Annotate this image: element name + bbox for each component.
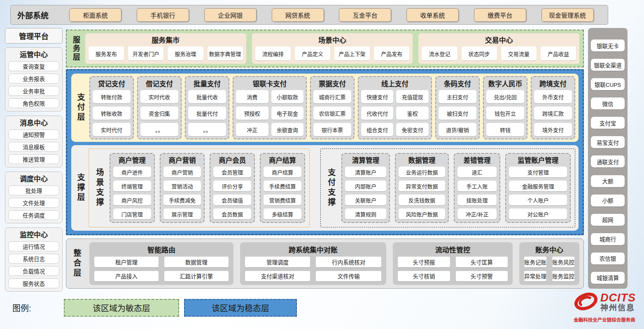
payment-item-node: 充值提现 [396, 90, 428, 103]
payment-category: 银联卡支付 消费小额取款预授权电子现金冲正余额查询 [233, 76, 307, 139]
support-item-node: 会员数据 [213, 209, 251, 219]
support-item-node: 商户营销 [163, 167, 201, 177]
payment-item-node: 免密支付 [396, 123, 428, 136]
payment-category-items: 转账付款转账收款实时代付 [93, 90, 131, 136]
external-system-node: 互金平台 [339, 8, 391, 22]
payment-category-items: 外币支付跨境汇款境外支付 [534, 90, 572, 136]
support-item-node: 冲正/补正 [457, 209, 497, 219]
integration-item-node: 支付渠道核对 [245, 271, 310, 282]
payment-item-node: 鉴权 [396, 107, 428, 120]
external-system-node: 网贷系统 [272, 8, 324, 22]
support-section-columns: 清算管理 清算账户内部账户关联账户清算规则 数据管理 业务运行数据异常支付数据反… [341, 153, 571, 223]
payment-channel-node: 城商行 [591, 233, 625, 245]
payment-item-node: 农信银汇票 [313, 107, 351, 120]
payment-item-node: 。。 [188, 123, 226, 136]
payment-category-items: 消费小额取款预授权电子现金冲正余额查询 [236, 90, 303, 136]
service-item-node: 产品发布 [374, 46, 409, 60]
management-group-title: 运管中心 [8, 49, 59, 59]
management-platform-panel: 管理平台 运管中心 查询查复业务报表业务审批角色权限 消息中心 通知预警消息模板… [5, 28, 63, 289]
legend-label: 图例: [12, 302, 41, 314]
integration-layer: 整合层 智能路由 租户管理数据管理产品接入汇路计算引擎 跨系统集中对账 管理调度… [66, 239, 584, 289]
payment-channel-node: 城银清算 [591, 272, 625, 284]
payment-category-title: 票据支付 [313, 77, 351, 90]
support-category: 数据管理 业务运行数据异常支付数据反洗钱数据风险账户数据 [395, 153, 449, 223]
integration-layer-label: 整合层 [70, 242, 83, 285]
support-item-node: 会员储值 [213, 195, 251, 205]
payment-channel-node: 小额 [591, 195, 625, 206]
payment-channel-node: 易宝支付 [591, 136, 625, 148]
payment-item-node: 电子现金 [271, 107, 303, 120]
payment-channel-node: 超网 [591, 214, 625, 226]
support-section-label: 支付支撑 [325, 153, 337, 223]
dcits-logo: DCITS 神州信息 金融科技全产业链综合服务商 [571, 290, 638, 323]
support-category-items: 业务运行数据异常支付数据反洗钱数据风险账户数据 [399, 167, 445, 219]
management-group-items: 运行情况系统日志负载情况服务状态 [8, 241, 59, 288]
legend-stable-box: 该区域为稳态层 [184, 299, 297, 317]
payment-item-node: 快捷支付 [361, 90, 393, 103]
integration-module: 智能路由 租户管理数据管理产品接入汇路计算引擎 [89, 242, 233, 285]
support-item-node: 手续费减免 [163, 195, 201, 205]
integration-module: 流动性管控 头寸预报头寸匡算头寸核销头寸预警 [393, 242, 513, 285]
service-item-node: 流水登记 [422, 46, 457, 60]
management-item-node: 角色权限 [8, 98, 59, 108]
support-item-node: 展示管理 [163, 209, 201, 219]
payment-category-title: 条码支付 [439, 77, 476, 90]
support-item-node: 关联账户 [345, 195, 386, 205]
integration-module-title: 跨系统集中对账 [245, 243, 381, 257]
integration-module: 账务中心 账务记账账务风控异常处理账务监控 [519, 242, 579, 285]
management-group-title: 消息中心 [8, 117, 59, 127]
payment-item-node: 转账付款 [93, 90, 131, 103]
support-item-node: 金融服务管理 [509, 181, 567, 191]
support-item-node: 风险账户数据 [399, 209, 445, 219]
support-category-items: 会员管理评价分享会员储值会员数据 [213, 167, 251, 219]
payment-item-node: 组合支付 [361, 123, 393, 136]
support-item-node: 商户风控 [113, 195, 151, 205]
management-item-node: 消息模板 [8, 142, 59, 152]
support-item-node: 多级结算 [264, 209, 301, 219]
integration-item-node: 头寸预警 [456, 271, 508, 282]
integration-item-node: 头寸核销 [398, 271, 450, 282]
support-category: 清算管理 清算账户内部账户关联账户清算规则 [341, 153, 390, 223]
external-systems-label: 外部系统 [17, 9, 62, 21]
logo-company-text: 神州信息 [600, 304, 636, 313]
support-item-node: 反洗钱数据 [399, 195, 445, 205]
external-system-node: 收单系统 [406, 8, 459, 22]
integration-module-items: 管理调度行内系统核对支付渠道核对文件传输 [245, 257, 381, 281]
support-category-items: 商户进件终端管理商户风控门店管理 [113, 167, 151, 219]
payment-category: 线上支付 快捷支付充值提现代收代付鉴权组合支付免密支付 [358, 76, 432, 139]
management-group-items: 批处理文件处理任务调度 [8, 185, 59, 220]
management-group-title: 调度中心 [8, 173, 59, 183]
support-item-node: 业务运行数据 [399, 167, 445, 177]
support-category-items: 商户营销营销活动手续费减免展示管理 [163, 167, 201, 219]
payment-category-title: 借记支付 [140, 77, 178, 90]
payment-item-node: 钱包开立 [486, 107, 524, 120]
payment-layer-label: 支付层 [75, 76, 86, 139]
service-center-items: 流程编排产品定义产品上下架产品发布 [255, 46, 410, 60]
support-item-node: 终端管理 [113, 181, 151, 191]
payment-channels-rail: 银联无卡银联全渠道银联CUPS微信支付宝易宝支付通联支付大额小额超网城商行农信银… [588, 28, 628, 289]
payment-item-node: 冲正 [236, 123, 268, 136]
integration-module-items: 租户管理数据管理产品接入汇路计算引擎 [94, 257, 229, 281]
service-center-title: 服务集市 [89, 35, 243, 45]
management-item-node: 推送管理 [8, 154, 59, 164]
payment-channel-node: 通联支付 [591, 155, 625, 167]
management-item-node: 业务报表 [8, 74, 59, 83]
management-platform-title: 管理平台 [5, 28, 63, 44]
legend-agile-box: 该区域为敏态层 [64, 299, 179, 317]
management-item-node: 通知预警 [8, 130, 59, 139]
payment-channel-node: 微信 [591, 97, 625, 109]
service-center-items: 服务发布开发者门户服务治理数据字典管理 [89, 46, 243, 60]
service-layer: 服务层 服务集市 服务发布开发者门户服务治理数据字典管理 场景中心 流程编排产品… [66, 30, 584, 67]
management-item-node: 服务状态 [8, 278, 59, 288]
external-system-node: 柜面系统 [69, 8, 121, 22]
payment-channel-node: 银联CUPS [591, 78, 625, 90]
integration-item-node: 异常处理 [524, 271, 546, 282]
integration-item-node: 账务记账 [524, 257, 546, 267]
payment-item-node: 主扫支付 [439, 90, 476, 103]
support-section-columns: 商户管理 商户进件终端管理商户风控门店管理 商户营销 商户营销营销活动手续费减免… [110, 153, 305, 223]
payment-item-node: 被扫支付 [439, 107, 476, 120]
management-group: 运管中心 查询查复业务报表业务审批角色权限 [5, 47, 63, 111]
support-category-title: 商户结算 [264, 155, 301, 165]
payment-item-node: 代收代付 [361, 107, 393, 120]
integration-module-title: 智能路由 [94, 243, 229, 257]
